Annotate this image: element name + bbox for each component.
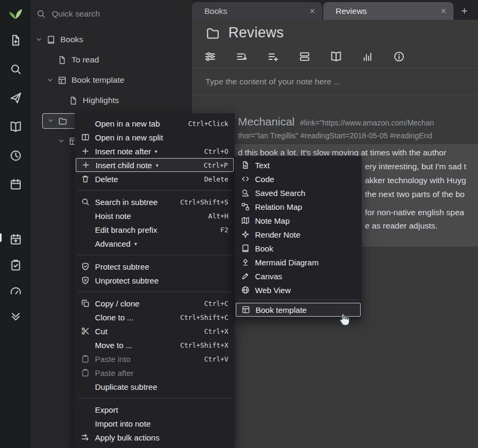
caret-down-icon: ▾ (134, 241, 137, 247)
jump-to-note-button[interactable] (0, 83, 31, 112)
chevron-down-icon[interactable] (46, 76, 58, 84)
search-icon (81, 198, 95, 206)
menu-item-edit-branch-prefix[interactable]: Edit branch prefix F2 (76, 223, 234, 237)
shield-x-icon (81, 276, 95, 285)
menu-item-unprotect-subtree[interactable]: Unprotect subtree (76, 273, 234, 287)
submenu-item-book[interactable]: Book (236, 241, 361, 255)
file-plus-icon (10, 34, 22, 46)
close-tab-icon[interactable] (437, 5, 449, 17)
submenu-item-canvas[interactable]: Canvas (236, 269, 361, 283)
mermaid-icon (241, 258, 255, 266)
submenu-item-book-template[interactable]: Book template (236, 303, 361, 317)
calendar-button[interactable] (0, 170, 31, 199)
chevron-down-icon[interactable] (58, 137, 69, 145)
menu-separator (238, 300, 359, 300)
tree-item[interactable]: Book template (31, 70, 192, 90)
sliders-icon (204, 51, 216, 62)
menu-item-insert-child-note[interactable]: Insert child note ▾ Ctrl+P (76, 158, 234, 172)
tab[interactable]: Books (192, 2, 322, 20)
menu-shortcut: Ctrl+C (204, 300, 228, 308)
submenu-item-saved-search[interactable]: Saved Search (236, 186, 361, 200)
menu-item-search-in-subtree[interactable]: Search in subtree Ctrl+Shift+S (76, 195, 234, 209)
submenu-item-note-map[interactable]: Note Map (236, 214, 361, 227)
book-icon (241, 244, 255, 253)
dashboard-button[interactable] (0, 278, 31, 303)
app-logo[interactable] (0, 0, 31, 26)
ribbon-toolbar (192, 46, 478, 68)
tree-item[interactable]: Highlights (31, 90, 192, 111)
menu-item-copy-clone[interactable]: Copy / clone Ctrl+C (76, 296, 234, 310)
submenu-item-text[interactable]: Text (236, 158, 361, 172)
menu-shortcut: Ctrl+Shift+C (180, 313, 228, 321)
menu-item-open-in-new-tab[interactable]: Open in a new tab Ctrl+Click (76, 116, 234, 130)
menu-shortcut: Ctrl+Shift+S (180, 198, 228, 206)
chevron-down-icon[interactable] (47, 117, 58, 124)
basic-properties-button[interactable] (204, 51, 216, 62)
tree-item[interactable]: To read (31, 50, 192, 70)
folder-icon (206, 26, 220, 40)
send-icon (10, 92, 22, 104)
book-open-icon (330, 51, 342, 62)
inherited-attributes-button[interactable] (267, 51, 279, 62)
note-text-line: ery interesting, but I'm sad t (365, 162, 466, 171)
chevrons-down-icon (10, 310, 22, 323)
chevron-down-icon[interactable] (35, 36, 46, 43)
submenu-item-relation-map[interactable]: Relation Map (236, 200, 361, 214)
owned-attributes-button[interactable] (236, 51, 248, 62)
tree-item[interactable]: Books (31, 29, 192, 50)
quick-search[interactable]: Quick search (31, 0, 192, 19)
menu-item-apply-bulk-actions[interactable]: Apply bulk actions (76, 430, 234, 444)
close-tab-icon[interactable] (306, 5, 318, 17)
menu-shortcut: Ctrl+X (204, 327, 228, 335)
menu-item-clone-to[interactable]: Clone to ... Ctrl+Shift+C (76, 310, 234, 324)
menu-item-insert-note-after[interactable]: Insert note after ▾ Ctrl+O (76, 144, 234, 158)
page-title: Reviews (228, 25, 284, 41)
submenu-item-web-view[interactable]: Web View (236, 283, 361, 297)
copy-icon (81, 299, 95, 308)
more-launchers-button[interactable] (0, 303, 31, 329)
tab[interactable]: Reviews (323, 2, 453, 20)
menu-shortcut: Ctrl+P (204, 161, 228, 169)
menu-item-protect-subtree[interactable]: Protect subtree (76, 260, 234, 273)
new-tab-button[interactable] (455, 2, 474, 20)
menu-item-open-in-new-split[interactable]: Open in a new split (76, 130, 234, 144)
menu-item-export[interactable]: Export (76, 403, 234, 416)
tasks-button[interactable] (0, 252, 31, 278)
menu-shortcut: Ctrl+Click (188, 120, 228, 128)
render-icon (241, 230, 255, 239)
menu-item-duplicate-subtree[interactable]: Duplicate subtree (76, 380, 234, 394)
list-plus-icon (267, 51, 279, 62)
launcher-bar (0, 0, 31, 448)
note-map-button[interactable] (330, 51, 342, 62)
menu-item-paste-into[interactable]: Paste into Ctrl+V (76, 352, 234, 366)
menu-shortcut: Ctrl+V (204, 355, 228, 363)
file-icon (58, 56, 70, 65)
submenu-item-code[interactable]: Code (236, 172, 361, 186)
open-notes-button[interactable] (0, 112, 31, 141)
menu-shortcut: Ctrl+Shift+X (180, 341, 228, 349)
submenu-item-render-note[interactable]: Render Note (236, 227, 361, 241)
menu-item-advanced[interactable]: Advanced ▾ (76, 237, 234, 250)
recent-changes-button[interactable] (0, 141, 31, 170)
trash-icon (81, 175, 95, 183)
menu-item-cut[interactable]: Cut Ctrl+X (76, 324, 234, 338)
search-button[interactable] (0, 54, 31, 83)
menu-item-import-into-note[interactable]: Import into note (76, 416, 234, 430)
code-icon (241, 175, 255, 183)
today-button[interactable] (0, 226, 31, 252)
info-button[interactable] (393, 51, 405, 62)
caret-down-icon: ▾ (156, 162, 158, 168)
menu-item-paste-after[interactable]: Paste after (76, 366, 234, 380)
note-paths-button[interactable] (299, 51, 310, 62)
new-note-button[interactable] (0, 26, 31, 54)
menu-shortcut: Ctrl+O (204, 147, 228, 155)
menu-item-move-to[interactable]: Move to ... Ctrl+Shift+X (76, 338, 234, 352)
menu-item-hoist-note[interactable]: Hoist note Alt+H (76, 209, 234, 223)
note-info-button[interactable] (362, 51, 373, 62)
menu-separator (78, 255, 232, 255)
note-content-editor[interactable]: Type the content of your note here ... (192, 68, 478, 96)
menu-item-delete[interactable]: Delete Delete (76, 172, 234, 186)
web-icon (241, 286, 255, 294)
submenu-item-mermaid-diagram[interactable]: Mermaid Diagram (236, 255, 361, 269)
note-card-title: Mechanical (238, 115, 294, 128)
